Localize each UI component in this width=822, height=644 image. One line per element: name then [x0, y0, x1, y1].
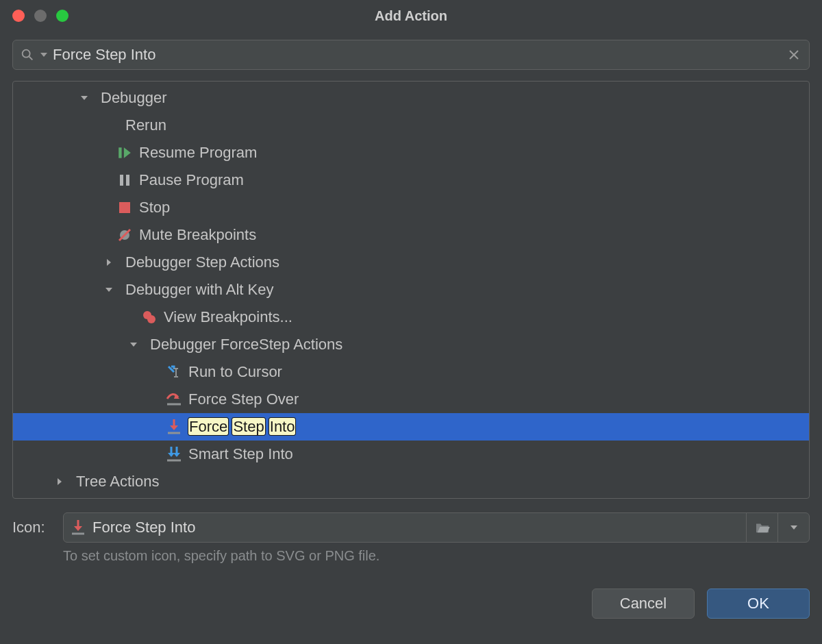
svg-rect-4 [119, 147, 121, 158]
tree-item-label: Force Step Over [188, 391, 299, 408]
tree-item-label: Smart Step Into [188, 445, 293, 463]
tree-item[interactable]: Debugger [13, 84, 809, 112]
tree-item[interactable]: Rerun [13, 112, 809, 139]
search-field[interactable] [12, 40, 810, 70]
tree-item-label: Debugger [101, 89, 167, 107]
tree-item[interactable]: Tree Actions [13, 468, 809, 495]
tree-item-label: Resume Program [139, 144, 257, 162]
icon-path-field[interactable]: Force Step Into [63, 512, 810, 543]
tree-item[interactable]: Smart Step Into [13, 441, 809, 468]
svg-rect-5 [120, 175, 123, 186]
tree-item-label: Stop [139, 199, 170, 216]
chevron-right-icon[interactable] [53, 478, 66, 486]
close-window-icon[interactable] [12, 10, 25, 22]
tree-item[interactable]: Debugger with Alt Key [13, 276, 809, 304]
tree-item-label: Mute Breakpoints [139, 226, 256, 244]
svg-rect-6 [126, 175, 129, 186]
icon-label: Icon: [12, 519, 53, 536]
chevron-down-icon[interactable] [77, 94, 91, 102]
view-bp-icon [140, 308, 158, 326]
search-icon [20, 47, 35, 62]
tree-item-label: Rerun [125, 116, 166, 134]
pause-icon [116, 171, 134, 189]
force-into-icon [165, 418, 183, 436]
tree-item[interactable]: Pause Program [13, 166, 809, 194]
cancel-button[interactable]: Cancel [592, 589, 695, 619]
stop-icon [116, 199, 134, 216]
svg-point-0 [23, 50, 30, 58]
tree-item-label: Run to Cursor [188, 363, 282, 381]
tree-item[interactable]: View Breakpoints... [13, 304, 809, 331]
minimize-window-icon[interactable] [34, 10, 47, 22]
window-title: Add Action [0, 8, 822, 24]
tree-item-label: Tree Actions [76, 473, 159, 491]
icon-field-text: Force Step Into [92, 519, 195, 536]
tree-item[interactable]: Debugger ForceStep Actions [13, 331, 809, 358]
smart-into-icon [165, 445, 183, 463]
tree-item-label: Debugger Step Actions [125, 253, 279, 271]
icon-dropdown-button[interactable] [777, 513, 809, 542]
tree-item[interactable]: Resume Program [13, 139, 809, 166]
tree-item-label: Force Step Into [188, 418, 295, 436]
tree-item[interactable]: Run to Cursor [13, 358, 809, 386]
svg-line-1 [29, 57, 33, 60]
force-step-into-icon [71, 519, 86, 536]
force-over-icon [165, 391, 183, 408]
search-dropdown-icon[interactable] [40, 51, 47, 58]
run-cursor-icon [165, 363, 183, 381]
svg-point-11 [147, 315, 155, 323]
tree-item[interactable]: Mute Breakpoints [13, 221, 809, 249]
window-controls[interactable] [12, 10, 68, 22]
chevron-down-icon[interactable] [102, 286, 116, 294]
tree-item[interactable]: Stop [13, 194, 809, 221]
tree-item-label: Debugger ForceStep Actions [150, 336, 342, 354]
chevron-down-icon[interactable] [127, 340, 140, 349]
icon-hint: To set custom icon, specify path to SVG … [63, 548, 810, 564]
zoom-window-icon[interactable] [56, 10, 68, 22]
tree-item[interactable]: Force Step Into [13, 413, 809, 441]
mute-bp-icon [116, 226, 134, 244]
ok-button[interactable]: OK [707, 589, 810, 619]
tree-item-label: Debugger with Alt Key [125, 281, 273, 299]
search-input[interactable] [53, 46, 786, 64]
tree-item-label: Pause Program [139, 171, 244, 189]
clear-search-icon[interactable] [786, 49, 802, 60]
tree-item[interactable]: Debugger Step Actions [13, 249, 809, 276]
tree-item[interactable]: Force Step Over [13, 386, 809, 413]
chevron-right-icon[interactable] [102, 258, 116, 267]
browse-icon-button[interactable] [746, 513, 777, 542]
tree-item-label: View Breakpoints... [164, 308, 292, 326]
svg-rect-7 [119, 202, 130, 213]
resume-icon [116, 144, 134, 162]
action-tree[interactable]: DebuggerRerunResume ProgramPause Program… [12, 81, 810, 499]
